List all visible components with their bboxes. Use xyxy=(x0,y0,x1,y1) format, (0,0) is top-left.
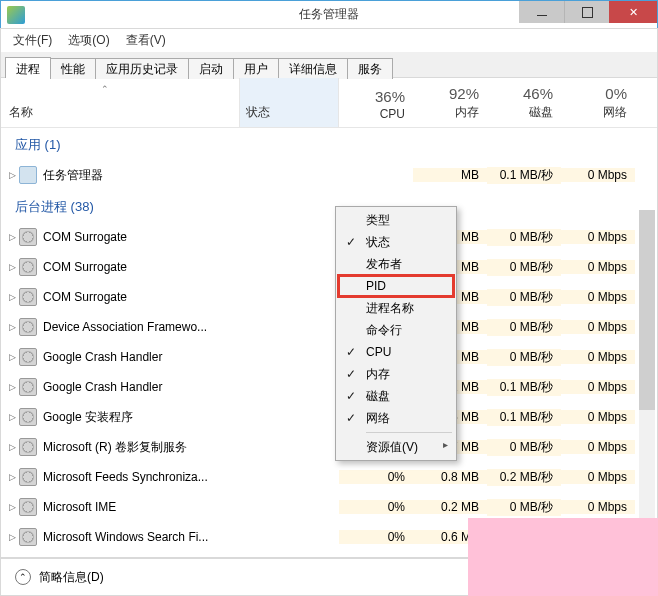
check-icon xyxy=(338,345,364,359)
collapse-icon[interactable]: ⌃ xyxy=(15,569,31,585)
expand-icon[interactable]: ▷ xyxy=(1,382,15,392)
mem-percent: 92% xyxy=(449,85,479,102)
expand-icon[interactable]: ▷ xyxy=(1,232,15,242)
process-name: Google 安装程序 xyxy=(43,409,239,426)
process-net: 0 Mbps xyxy=(561,230,635,244)
tab-startup[interactable]: 启动 xyxy=(188,58,234,79)
vertical-scrollbar[interactable] xyxy=(639,210,655,558)
tab-performance[interactable]: 性能 xyxy=(50,58,96,79)
process-row[interactable]: ▷COM SurrogateMB0 MB/秒0 Mbps xyxy=(1,222,657,252)
group-background[interactable]: 后台进程 (38) xyxy=(1,190,657,222)
menu-item-label: CPU xyxy=(364,345,454,359)
process-cpu: 0% xyxy=(339,470,413,484)
process-icon xyxy=(19,468,37,486)
process-name: Microsoft (R) 卷影复制服务 xyxy=(43,439,239,456)
menu-item[interactable]: 命令行 xyxy=(338,319,454,341)
content-area: ⌃ 名称 状态 36% CPU 92% 内存 46% 磁盘 0% 网络 应用 (… xyxy=(0,78,658,558)
group-apps[interactable]: 应用 (1) xyxy=(1,128,657,160)
menu-view[interactable]: 查看(V) xyxy=(118,30,174,51)
expand-icon[interactable]: ▷ xyxy=(1,472,15,482)
process-cpu: 0% xyxy=(339,500,413,514)
menu-item[interactable]: 进程名称 xyxy=(338,297,454,319)
menu-options[interactable]: 选项(O) xyxy=(60,30,117,51)
process-icon xyxy=(19,438,37,456)
expand-icon[interactable]: ▷ xyxy=(1,352,15,362)
process-icon xyxy=(19,258,37,276)
process-disk: 0.1 MB/秒 xyxy=(487,409,561,426)
tab-users[interactable]: 用户 xyxy=(233,58,279,79)
minimize-button[interactable] xyxy=(519,1,564,23)
title-bar[interactable]: 任务管理器 xyxy=(0,0,658,28)
process-name: COM Surrogate xyxy=(43,230,239,244)
expand-icon[interactable]: ▷ xyxy=(1,412,15,422)
expand-icon[interactable]: ▷ xyxy=(1,322,15,332)
tab-processes[interactable]: 进程 xyxy=(5,57,51,78)
process-row[interactable]: ▷Google 安装程序0%0.5 MB0.1 MB/秒0 Mbps xyxy=(1,402,657,432)
menu-item[interactable]: 磁盘 xyxy=(338,385,454,407)
check-icon xyxy=(338,235,364,249)
expand-icon[interactable]: ▷ xyxy=(1,292,15,302)
menu-item[interactable]: 发布者 xyxy=(338,253,454,275)
process-mem: 0.8 MB xyxy=(413,470,487,484)
process-icon xyxy=(19,228,37,246)
column-status-label: 状态 xyxy=(246,104,270,121)
process-row[interactable]: ▷COM SurrogateMB0 MB/秒0 Mbps xyxy=(1,282,657,312)
menu-item[interactable]: 类型 xyxy=(338,209,454,231)
process-row[interactable]: ▷COM SurrogateMB0 MB/秒0 Mbps xyxy=(1,252,657,282)
process-list[interactable]: 应用 (1) ▷任务管理器MB0.1 MB/秒0 Mbps 后台进程 (38) … xyxy=(1,128,657,557)
menu-item-label: 磁盘 xyxy=(364,388,454,405)
process-icon xyxy=(19,166,37,184)
expand-icon[interactable]: ▷ xyxy=(1,442,15,452)
tab-services[interactable]: 服务 xyxy=(347,58,393,79)
process-mem: MB xyxy=(413,168,487,182)
menu-item-label: 状态 xyxy=(364,234,454,251)
process-name: COM Surrogate xyxy=(43,260,239,274)
process-net: 0 Mbps xyxy=(561,440,635,454)
net-percent: 0% xyxy=(605,85,627,102)
menu-item-label: 资源值(V) xyxy=(364,439,454,456)
process-net: 0 Mbps xyxy=(561,410,635,424)
column-header-mem[interactable]: 92% 内存 xyxy=(413,78,487,127)
menu-item-label: 网络 xyxy=(364,410,454,427)
process-disk: 0.1 MB/秒 xyxy=(487,379,561,396)
brief-info-button[interactable]: 简略信息(D) xyxy=(39,569,104,586)
process-icon xyxy=(19,528,37,546)
process-cpu: 0% xyxy=(339,530,413,544)
column-header-name[interactable]: ⌃ 名称 xyxy=(1,78,239,127)
menu-item-label: 类型 xyxy=(364,212,454,229)
column-name-label: 名称 xyxy=(9,104,33,121)
process-disk: 0 MB/秒 xyxy=(487,289,561,306)
process-row[interactable]: ▷Google Crash Handler0%MB0 MB/秒0 Mbps xyxy=(1,342,657,372)
mem-label: 内存 xyxy=(455,104,479,121)
process-row[interactable]: ▷Microsoft Feeds Synchroniza...0%0.8 MB0… xyxy=(1,462,657,492)
menu-item-resource[interactable]: 资源值(V) xyxy=(338,436,454,458)
column-header-status[interactable]: 状态 xyxy=(239,78,339,127)
process-disk: 0 MB/秒 xyxy=(487,319,561,336)
tab-app-history[interactable]: 应用历史记录 xyxy=(95,58,189,79)
menu-item-label: PID xyxy=(364,279,454,293)
process-row[interactable]: ▷Microsoft (R) 卷影复制服务0%0.7 MB0 MB/秒0 Mbp… xyxy=(1,432,657,462)
process-row[interactable]: ▷Google Crash Handler0%0.2 MB0.1 MB/秒0 M… xyxy=(1,372,657,402)
column-header-disk[interactable]: 46% 磁盘 xyxy=(487,78,561,127)
process-row[interactable]: ▷任务管理器MB0.1 MB/秒0 Mbps xyxy=(1,160,657,190)
expand-icon[interactable]: ▷ xyxy=(1,262,15,272)
menu-item[interactable]: 状态 xyxy=(338,231,454,253)
process-row[interactable]: ▷Device Association Framewo...MB0 MB/秒0 … xyxy=(1,312,657,342)
process-name: Microsoft Feeds Synchroniza... xyxy=(43,470,239,484)
tab-details[interactable]: 详细信息 xyxy=(278,58,348,79)
scrollbar-thumb[interactable] xyxy=(639,210,655,410)
process-disk: 0 MB/秒 xyxy=(487,499,561,516)
column-header-cpu[interactable]: 36% CPU xyxy=(339,78,413,127)
menu-item[interactable]: 网络 xyxy=(338,407,454,429)
menu-item[interactable]: CPU xyxy=(338,341,454,363)
expand-icon[interactable]: ▷ xyxy=(1,170,15,180)
process-disk: 0 MB/秒 xyxy=(487,439,561,456)
expand-icon[interactable]: ▷ xyxy=(1,502,15,512)
maximize-button[interactable] xyxy=(564,1,609,23)
menu-file[interactable]: 文件(F) xyxy=(5,30,60,51)
menu-item[interactable]: PID xyxy=(338,275,454,297)
menu-item[interactable]: 内存 xyxy=(338,363,454,385)
expand-icon[interactable]: ▷ xyxy=(1,532,15,542)
column-header-net[interactable]: 0% 网络 xyxy=(561,78,635,127)
close-button[interactable] xyxy=(609,1,657,23)
